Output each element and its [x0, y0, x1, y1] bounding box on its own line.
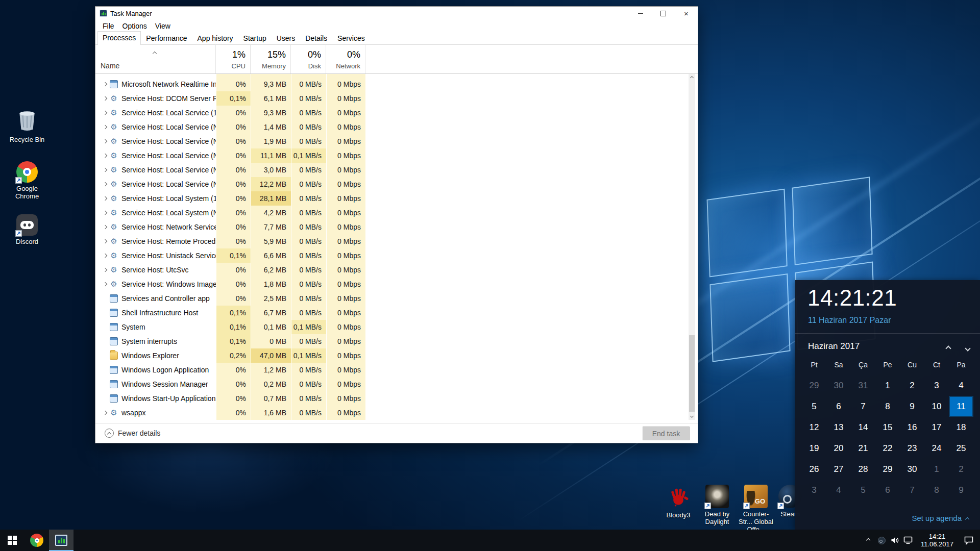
network-icon[interactable] [901, 530, 915, 551]
fewer-details-button[interactable]: Fewer details [105, 429, 160, 438]
calendar-day[interactable]: 29 [875, 459, 900, 480]
column-header-network[interactable]: 0% Network [326, 45, 365, 73]
calendar-day[interactable]: 8 [875, 396, 900, 417]
process-row[interactable]: Windows Explorer0,2%47,0 MB0,1 MB/s0 Mbp… [95, 348, 692, 363]
calendar-day[interactable]: 7 [900, 480, 924, 500]
flyout-date[interactable]: 11 Haziran 2017 Pazar [808, 316, 891, 325]
menu-options[interactable]: Options [118, 22, 151, 30]
process-row[interactable]: ⚙Service Host: Unistack Service G...0,1%… [95, 248, 692, 263]
calendar-day[interactable]: 9 [900, 396, 924, 417]
minimize-button[interactable] [629, 7, 652, 20]
calendar-day[interactable]: 20 [826, 438, 851, 459]
steam-tray-icon[interactable] [875, 530, 888, 551]
expand-chevron-icon[interactable] [101, 406, 110, 420]
calendar-day[interactable]: 31 [851, 375, 875, 396]
taskbar-chrome-button[interactable] [24, 530, 49, 551]
expand-chevron-icon[interactable] [101, 77, 110, 91]
expand-chevron-icon[interactable] [101, 277, 110, 291]
taskbar-task-manager-button[interactable] [49, 530, 74, 551]
calendar-day[interactable]: 24 [924, 438, 949, 459]
process-row[interactable]: Shell Infrastructure Host0,1%6,7 MB0 MB/… [95, 306, 692, 320]
desktop-icon-discord[interactable]: Discord [4, 214, 50, 245]
expand-chevron-icon[interactable] [101, 191, 110, 206]
volume-icon[interactable] [888, 530, 901, 551]
calendar-day[interactable]: 19 [802, 438, 826, 459]
column-header-cpu[interactable]: 1% CPU [216, 45, 251, 73]
process-row[interactable]: ⚙Service Host: Local System (Net...0%4,2… [95, 206, 692, 220]
process-row[interactable]: System interrupts0,1%0 MB0 MB/s0 Mbps [95, 334, 692, 348]
set-up-agenda-link[interactable]: Set up agenda [912, 514, 969, 522]
expand-chevron-icon[interactable] [101, 177, 110, 191]
process-row[interactable]: ⚙Service Host: Local Service (Net...0%11… [95, 148, 692, 163]
calendar-month-title[interactable]: Haziran 2017 [808, 341, 860, 352]
expand-chevron-icon[interactable] [101, 234, 110, 248]
tab-app-history[interactable]: App history [192, 32, 238, 44]
calendar-day[interactable]: 1 [924, 459, 949, 480]
process-row[interactable]: Services and Controller app0%2,5 MB0 MB/… [95, 291, 692, 306]
calendar-day[interactable]: 25 [949, 438, 973, 459]
scrollbar-down-arrow[interactable] [689, 412, 695, 420]
process-row[interactable]: ⚙Service Host: Local Service (No I...0%3… [95, 163, 692, 177]
calendar-day[interactable]: 3 [924, 375, 949, 396]
taskbar-clock[interactable]: 14:21 11.06.2017 [915, 533, 960, 548]
expand-chevron-icon[interactable] [101, 206, 110, 220]
calendar-day[interactable]: 7 [851, 396, 875, 417]
scrollbar-thumb[interactable] [689, 335, 695, 412]
process-row[interactable]: ⚙Service Host: DCOM Server Pro...0,1%6,1… [95, 91, 692, 106]
menu-view[interactable]: View [151, 22, 175, 30]
tab-users[interactable]: Users [272, 32, 301, 44]
calendar-next-month-button[interactable] [965, 342, 971, 354]
maximize-button[interactable] [652, 7, 675, 20]
calendar-day[interactable]: 5 [851, 480, 875, 500]
calendar-day[interactable]: 14 [851, 417, 875, 438]
expand-chevron-icon[interactable] [101, 106, 110, 120]
calendar-day[interactable]: 6 [826, 396, 851, 417]
expand-chevron-icon[interactable] [101, 148, 110, 163]
calendar-day[interactable]: 10 [924, 396, 949, 417]
calendar-day[interactable]: 2 [949, 459, 973, 480]
calendar-day[interactable]: 4 [826, 480, 851, 500]
calendar-day[interactable]: 27 [826, 459, 851, 480]
calendar-day[interactable]: 26 [802, 459, 826, 480]
desktop-icon-recycle-bin[interactable]: Recycle Bin [4, 108, 50, 143]
calendar-day[interactable]: 4 [949, 375, 973, 396]
process-row[interactable]: ⚙Service Host: Network Service (4)0%7,7 … [95, 220, 692, 234]
column-header-memory[interactable]: 15% Memory [251, 45, 291, 73]
calendar-day[interactable]: 3 [802, 480, 826, 500]
expand-chevron-icon[interactable] [101, 134, 110, 148]
process-row[interactable]: ⚙Service Host: Local Service (No ...0%12… [95, 177, 692, 191]
tab-performance[interactable]: Performance [141, 32, 192, 44]
desktop-icon-google-chrome[interactable]: Google Chrome [4, 161, 50, 200]
process-row[interactable]: Windows Start-Up Application0%0,7 MB0 MB… [95, 391, 692, 406]
column-header-name[interactable]: Name [95, 45, 216, 73]
calendar-day[interactable]: 16 [900, 417, 924, 438]
calendar-day[interactable]: 15 [875, 417, 900, 438]
calendar-day[interactable]: 23 [900, 438, 924, 459]
menu-file[interactable]: File [99, 22, 118, 30]
process-row[interactable]: Windows Logon Application0%1,2 MB0 MB/s0… [95, 363, 692, 377]
calendar-day[interactable]: 21 [851, 438, 875, 459]
expand-chevron-icon[interactable] [101, 120, 110, 134]
tab-details[interactable]: Details [300, 32, 332, 44]
process-row[interactable]: ⚙Service Host: Local Service (11)0%9,3 M… [95, 106, 692, 120]
calendar-day[interactable]: 30 [826, 375, 851, 396]
calendar-day[interactable]: 30 [900, 459, 924, 480]
end-task-button[interactable]: End task [643, 427, 690, 440]
calendar-day[interactable]: 2 [900, 375, 924, 396]
column-header-disk[interactable]: 0% Disk [291, 45, 326, 73]
scrollbar-up-arrow[interactable] [689, 74, 695, 82]
start-button[interactable] [0, 530, 24, 551]
expand-chevron-icon[interactable] [101, 248, 110, 263]
process-row[interactable]: System0,1%0,1 MB0,1 MB/s0 Mbps [95, 320, 692, 334]
process-row[interactable]: ⚙Service Host: Local Service (Net...0%1,… [95, 120, 692, 134]
calendar-day[interactable]: 13 [826, 417, 851, 438]
calendar-day[interactable]: 17 [924, 417, 949, 438]
title-bar[interactable]: Task Manager × [95, 7, 698, 20]
hidden-icons-chevron[interactable] [862, 530, 875, 551]
process-row[interactable]: ⚙Service Host: Windows Image A...0%1,8 M… [95, 277, 692, 291]
calendar-day-today[interactable]: 11 [949, 396, 973, 417]
process-row[interactable]: ⚙wsappx0%1,6 MB0 MB/s0 Mbps [95, 406, 692, 420]
scrollbar[interactable] [689, 74, 695, 420]
process-row[interactable]: ⚙Service Host: Local Service (Net...0%1,… [95, 134, 692, 148]
close-button[interactable]: × [675, 7, 698, 20]
